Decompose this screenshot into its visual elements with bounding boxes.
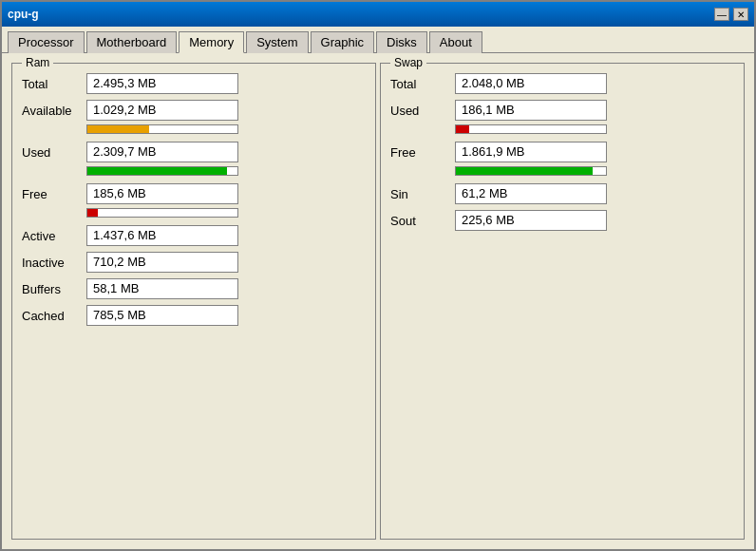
ram-cached-label: Cached — [22, 309, 86, 323]
ram-inactive-row: Inactive 710,2 MB — [22, 252, 366, 273]
swap-panel-title: Swap — [390, 56, 426, 69]
tab-bar: Processor Motherboard Memory System Grap… — [2, 27, 754, 53]
swap-sout-label: Sout — [390, 214, 455, 228]
swap-used-progress-bar — [456, 125, 469, 133]
ram-active-label: Active — [22, 229, 86, 243]
content-area: Ram Total 2.495,3 MB Available 1.029,2 M… — [2, 53, 754, 549]
swap-used-value: 186,1 MB — [455, 100, 607, 121]
ram-cached-row: Cached 785,5 MB — [22, 305, 366, 326]
ram-available-row: Available 1.029,2 MB — [22, 100, 366, 121]
swap-used-progress-row — [390, 124, 734, 134]
window-controls: — ✕ — [714, 8, 748, 21]
ram-panel: Ram Total 2.495,3 MB Available 1.029,2 M… — [11, 63, 376, 540]
ram-available-progress-row — [22, 124, 366, 134]
main-window: cpu-g — ✕ Processor Motherboard Memory S… — [0, 0, 756, 551]
swap-sin-value: 61,2 MB — [455, 183, 607, 204]
close-button[interactable]: ✕ — [733, 8, 748, 21]
swap-sout-row: Sout 225,6 MB — [390, 210, 734, 231]
tab-about[interactable]: About — [429, 31, 482, 53]
ram-free-progress-bar — [87, 209, 98, 217]
swap-sin-label: Sin — [390, 187, 455, 201]
tab-motherboard[interactable]: Motherboard — [86, 31, 178, 53]
ram-active-row: Active 1.437,6 MB — [22, 225, 366, 246]
ram-used-progress-container — [86, 166, 238, 176]
tab-processor[interactable]: Processor — [8, 31, 85, 53]
ram-free-value: 185,6 MB — [86, 183, 238, 204]
tab-disks[interactable]: Disks — [376, 31, 427, 53]
ram-used-label: Used — [22, 145, 86, 160]
swap-free-label: Free — [390, 145, 455, 160]
ram-available-progress-container — [86, 124, 238, 134]
ram-inactive-value: 710,2 MB — [86, 252, 238, 273]
ram-free-label: Free — [22, 187, 86, 201]
ram-buffers-value: 58,1 MB — [86, 278, 238, 299]
ram-used-progress-bar — [87, 167, 227, 175]
swap-used-label: Used — [390, 104, 455, 118]
swap-sin-row: Sin 61,2 MB — [390, 183, 734, 204]
swap-total-row: Total 2.048,0 MB — [390, 73, 734, 94]
ram-buffers-row: Buffers 58,1 MB — [22, 278, 366, 299]
ram-cached-value: 785,5 MB — [86, 305, 238, 326]
swap-total-label: Total — [390, 77, 455, 91]
swap-free-row: Free 1.861,9 MB — [390, 142, 734, 162]
ram-available-value: 1.029,2 MB — [86, 100, 238, 121]
ram-free-row: Free 185,6 MB — [22, 183, 366, 204]
swap-used-progress-container — [455, 124, 607, 134]
ram-used-value: 2.309,7 MB — [86, 142, 238, 162]
ram-inactive-label: Inactive — [22, 256, 86, 270]
ram-panel-title: Ram — [22, 56, 53, 69]
tab-graphic[interactable]: Graphic — [311, 31, 375, 53]
ram-free-progress-row — [22, 208, 366, 218]
ram-used-row: Used 2.309,7 MB — [22, 142, 366, 162]
ram-available-label: Available — [22, 104, 86, 118]
ram-used-progress-row — [22, 166, 366, 176]
ram-buffers-label: Buffers — [22, 282, 86, 296]
ram-total-row: Total 2.495,3 MB — [22, 73, 366, 94]
ram-free-progress-container — [86, 208, 238, 218]
swap-panel: Swap Total 2.048,0 MB Used 186,1 MB Free… — [380, 63, 745, 540]
swap-free-progress-bar — [456, 167, 593, 175]
ram-available-progress-bar — [87, 125, 149, 133]
ram-total-label: Total — [22, 77, 86, 91]
swap-free-value: 1.861,9 MB — [455, 142, 607, 162]
tab-system[interactable]: System — [246, 31, 308, 53]
minimize-button[interactable]: — — [714, 8, 729, 21]
swap-free-progress-row — [390, 166, 734, 176]
title-bar: cpu-g — ✕ — [2, 2, 754, 27]
ram-active-value: 1.437,6 MB — [86, 225, 238, 246]
swap-sout-value: 225,6 MB — [455, 210, 607, 231]
tab-memory[interactable]: Memory — [179, 31, 244, 53]
swap-total-value: 2.048,0 MB — [455, 73, 607, 94]
swap-used-row: Used 186,1 MB — [390, 100, 734, 121]
window-title: cpu-g — [8, 8, 39, 21]
swap-free-progress-container — [455, 166, 607, 176]
ram-total-value: 2.495,3 MB — [86, 73, 238, 94]
